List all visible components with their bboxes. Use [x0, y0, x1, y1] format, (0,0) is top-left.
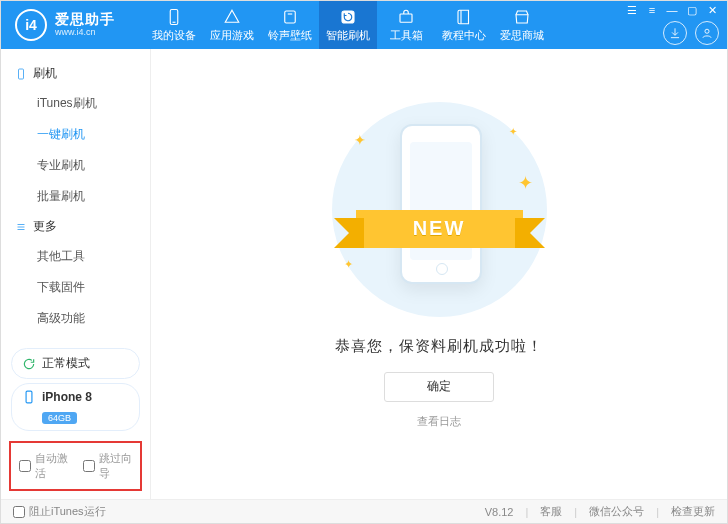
music-icon	[281, 8, 299, 26]
menu-small-icon	[15, 221, 27, 233]
svg-rect-2	[285, 11, 296, 23]
nav-toolbox[interactable]: 工具箱	[377, 1, 435, 49]
refresh-green-icon	[22, 357, 36, 371]
group-label: 刷机	[33, 65, 57, 82]
ok-button[interactable]: 确定	[384, 372, 494, 402]
sparkle-icon: ✦	[354, 132, 366, 148]
footer-update[interactable]: 检查更新	[671, 504, 715, 519]
titlebar: i4 爱思助手 www.i4.cn 我的设备 应用游戏 铃声壁纸 智能刷机 工具…	[1, 1, 727, 49]
footer: 阻止iTunes运行 V8.12 | 客服 | 微信公众号 | 检查更新	[1, 499, 727, 523]
new-banner: NEW	[336, 206, 543, 258]
nav-label: 铃声壁纸	[268, 28, 312, 43]
nav-label: 智能刷机	[326, 28, 370, 43]
nav-apps[interactable]: 应用游戏	[203, 1, 261, 49]
banner-text: NEW	[413, 217, 466, 240]
chk-label: 跳过向导	[99, 451, 133, 481]
sidebar-item-oneclick-flash[interactable]: 一键刷机	[1, 119, 150, 150]
phone-blue-icon	[22, 390, 36, 404]
group-label: 更多	[33, 218, 57, 235]
phone-icon	[165, 8, 183, 26]
header-right	[663, 21, 719, 45]
sidebar-group-flash[interactable]: 刷机	[1, 59, 150, 88]
brand-name: 爱思助手	[55, 12, 115, 27]
sparkle-icon: ✦	[344, 258, 353, 271]
nav-flash[interactable]: 智能刷机	[319, 1, 377, 49]
maximize-icon[interactable]: ▢	[685, 3, 699, 17]
user-button[interactable]	[695, 21, 719, 45]
sidebar: 刷机 iTunes刷机 一键刷机 专业刷机 批量刷机 更多 其他工具 下载固件 …	[1, 49, 151, 499]
footer-support[interactable]: 客服	[540, 504, 562, 519]
nav-label: 应用游戏	[210, 28, 254, 43]
logo-icon: i4	[15, 9, 47, 41]
chk-skip-guide[interactable]: 跳过向导	[83, 451, 133, 481]
item-label: 专业刷机	[37, 158, 85, 172]
nav-tutorial[interactable]: 教程中心	[435, 1, 493, 49]
sidebar-group-more[interactable]: 更多	[1, 212, 150, 241]
device-name: iPhone 8	[42, 390, 92, 404]
chk-auto-activate[interactable]: 自动激活	[19, 451, 69, 481]
sidebar-item-pro-flash[interactable]: 专业刷机	[1, 150, 150, 181]
refresh-icon	[339, 8, 357, 26]
store-icon	[513, 8, 531, 26]
chk-label: 阻止iTunes运行	[29, 504, 106, 519]
separator: |	[656, 506, 659, 518]
separator: |	[574, 506, 577, 518]
download-button[interactable]	[663, 21, 687, 45]
sidebar-item-itunes-flash[interactable]: iTunes刷机	[1, 88, 150, 119]
main-area: 刷机 iTunes刷机 一键刷机 专业刷机 批量刷机 更多 其他工具 下载固件 …	[1, 49, 727, 499]
chk-label: 自动激活	[35, 451, 69, 481]
post-flash-options: 自动激活 跳过向导	[9, 441, 142, 491]
sidebar-item-advanced[interactable]: 高级功能	[1, 303, 150, 334]
view-log-link[interactable]: 查看日志	[417, 414, 461, 429]
nav-my-device[interactable]: 我的设备	[145, 1, 203, 49]
item-label: 高级功能	[37, 311, 85, 325]
item-label: iTunes刷机	[37, 96, 97, 110]
item-label: 下载固件	[37, 280, 85, 294]
checkbox-input[interactable]	[13, 506, 25, 518]
device-status: 正常模式 iPhone 8 64GB	[1, 344, 150, 435]
success-illustration: ✦ ✦ ✦ ✦ NEW	[332, 102, 547, 317]
content: ✦ ✦ ✦ ✦ NEW 恭喜您，保资料刷机成功啦！ 确定 查看日志	[151, 49, 727, 499]
svg-point-6	[705, 29, 709, 33]
settings-menu-icon[interactable]: ≡	[645, 3, 659, 17]
nav-mall[interactable]: 爱思商城	[493, 1, 551, 49]
item-label: 其他工具	[37, 249, 85, 263]
sidebar-item-download-fw[interactable]: 下载固件	[1, 272, 150, 303]
footer-wechat[interactable]: 微信公众号	[589, 504, 644, 519]
checkbox-input[interactable]	[19, 460, 31, 472]
chk-block-itunes[interactable]: 阻止iTunes运行	[13, 504, 106, 519]
svg-rect-7	[19, 69, 24, 79]
svg-rect-11	[26, 391, 32, 403]
sidebar-item-other-tools[interactable]: 其他工具	[1, 241, 150, 272]
device-badge: 64GB	[42, 412, 77, 424]
checkbox-input[interactable]	[83, 460, 95, 472]
sparkle-icon: ✦	[509, 126, 517, 137]
success-message: 恭喜您，保资料刷机成功啦！	[335, 337, 543, 356]
phone-small-icon	[15, 68, 27, 80]
item-label: 批量刷机	[37, 189, 85, 203]
version-label: V8.12	[485, 506, 514, 518]
sparkle-icon: ✦	[518, 172, 533, 194]
skin-icon[interactable]: ☰	[625, 3, 639, 17]
device-pill[interactable]: iPhone 8 64GB	[11, 383, 140, 431]
nav-label: 我的设备	[152, 28, 196, 43]
separator: |	[525, 506, 528, 518]
mode-pill[interactable]: 正常模式	[11, 348, 140, 379]
logo-block[interactable]: i4 爱思助手 www.i4.cn	[15, 9, 145, 41]
minimize-icon[interactable]: —	[665, 3, 679, 17]
phone-graphic	[400, 124, 482, 284]
nav-label: 爱思商城	[500, 28, 544, 43]
nav-ringtone[interactable]: 铃声壁纸	[261, 1, 319, 49]
top-nav: 我的设备 应用游戏 铃声壁纸 智能刷机 工具箱 教程中心 爱思商城	[145, 1, 551, 49]
apps-icon	[223, 8, 241, 26]
nav-label: 教程中心	[442, 28, 486, 43]
mode-label: 正常模式	[42, 355, 90, 372]
sidebar-item-batch-flash[interactable]: 批量刷机	[1, 181, 150, 212]
close-icon[interactable]: ✕	[705, 3, 719, 17]
svg-rect-4	[400, 14, 412, 22]
brand-url: www.i4.cn	[55, 28, 115, 38]
nav-label: 工具箱	[390, 28, 423, 43]
item-label: 一键刷机	[37, 127, 85, 141]
toolbox-icon	[397, 8, 415, 26]
window-controls: ☰ ≡ — ▢ ✕	[625, 1, 719, 19]
